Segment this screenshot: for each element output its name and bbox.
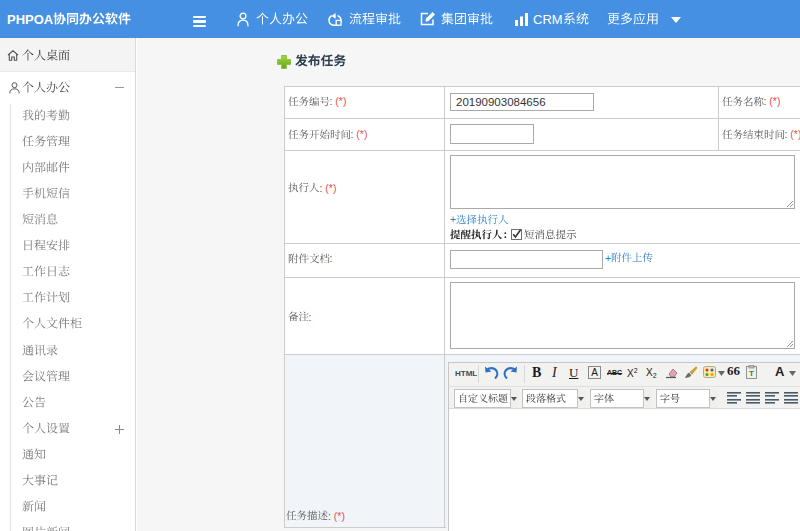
svg-text:T: T [749,369,754,378]
